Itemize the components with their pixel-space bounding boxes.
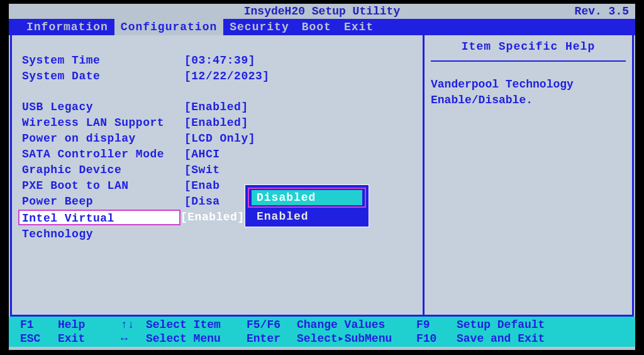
hotkey-select-submenu: Select▸SubMenu [297,332,416,346]
hotkey-f10: F10 [416,332,457,346]
help-panel: Item Specific Help Vanderpool Technology… [425,35,632,315]
hotkey-setup-default: Setup Default [457,318,545,332]
tab-boot[interactable]: Boot [296,19,338,35]
setting-value[interactable]: [Disa [184,194,220,210]
arrows-leftright-icon: ↔ [121,332,146,346]
setting-label: PXE Boot to LAN [22,178,184,194]
setting-value[interactable]: [Enabled] [184,99,248,115]
tab-configuration[interactable]: Configuration [114,19,223,35]
setting-sata-controller[interactable]: SATA Controller Mode [AHCI [22,147,410,162]
help-title: Item Specific Help [431,40,626,62]
setting-value[interactable]: [AHCI [184,147,220,162]
arrows-updown-icon: ↑↓ [121,318,146,332]
tab-information[interactable]: Information [20,19,114,35]
revision-label: Rev. 3.5 [575,4,629,19]
tab-exit[interactable]: Exit [338,19,380,35]
setting-value[interactable]: [Enab [184,178,220,194]
setting-label: Graphic Device [22,162,184,178]
setting-system-time[interactable]: System Time [03:47:39] [22,53,410,69]
menu-bar: Information Configuration Security Boot … [9,19,635,35]
title-bar: InsydeH20 Setup Utility Rev. 3.5 [9,4,635,19]
setting-usb-legacy[interactable]: USB Legacy [Enabled] [22,99,410,115]
popup-option-disabled[interactable]: Disabled [252,190,362,205]
setting-value[interactable]: [Swit [184,162,220,178]
hotkey-enter: Enter [247,332,297,346]
hotkey-esc: ESC [20,332,58,346]
hotkey-change-values: Change Values [297,318,416,332]
hotkey-help-label: Help [58,318,121,332]
hotkey-f5f6: F5/F6 [247,318,297,332]
hotkey-f9: F9 [416,318,457,332]
setting-value[interactable]: [03:47:39] [184,53,255,69]
hotkey-exit-label: Exit [58,332,121,346]
hotkey-save-exit: Save and Exit [457,332,545,346]
setting-label: System Time [22,53,184,69]
footer-row-2: ESC Exit ↔ Select Menu Enter Select▸SubM… [20,332,624,346]
setting-system-date[interactable]: System Date [12/22/2023] [22,69,410,84]
setting-label: Power on display [22,131,184,147]
setting-label: System Date [22,69,184,84]
setting-label: Intel Virtual Technology [18,210,180,225]
main-area: System Time [03:47:39] System Date [12/2… [10,35,634,317]
setting-value[interactable]: [Enabled] [184,115,248,131]
footer-row-1: F1 Help ↑↓ Select Item F5/F6 Change Valu… [20,318,624,332]
setting-label: SATA Controller Mode [22,147,184,162]
setting-value[interactable]: [LCD Only] [184,131,255,147]
setting-label: USB Legacy [22,99,184,115]
setting-power-on-display[interactable]: Power on display [LCD Only] [22,131,410,147]
tab-security[interactable]: Security [223,19,295,35]
setting-wireless-lan[interactable]: Wireless LAN Support [Enabled] [22,115,410,131]
settings-panel: System Time [03:47:39] System Date [12/2… [12,35,425,315]
help-text: Vanderpool Technology Enable/Disable. [431,77,626,108]
setting-label: Power Beep [22,194,184,210]
footer-bar: F1 Help ↑↓ Select Item F5/F6 Change Valu… [9,317,635,347]
setting-value[interactable]: [Enabled] [180,210,245,225]
popup-option-enabled[interactable]: Enabled [248,209,366,224]
value-popup: Disabled Enabled [245,184,369,227]
utility-title: InsydeH20 Setup Utility [244,5,400,18]
hotkey-f1: F1 [20,318,58,332]
setting-label: Wireless LAN Support [22,115,184,131]
hotkey-select-item: Select Item [146,318,247,332]
setting-value[interactable]: [12/22/2023] [184,69,270,84]
setting-graphic-device[interactable]: Graphic Device [Swit [22,162,410,178]
hotkey-select-menu: Select Menu [146,332,247,346]
